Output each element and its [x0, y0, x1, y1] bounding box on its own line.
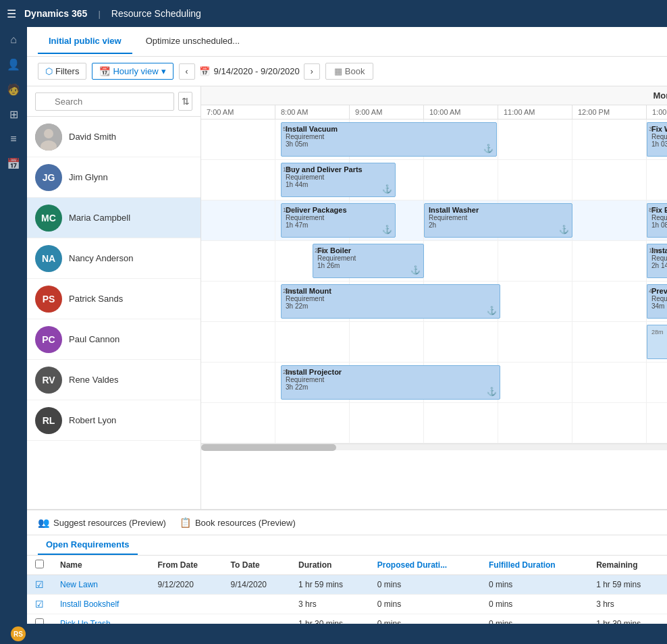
cell-na-1000[interactable]	[424, 241, 498, 281]
next-date-button[interactable]: ›	[304, 63, 320, 80]
booking-type-fix-boiler: Requirement	[317, 254, 419, 262]
cell-ds-1100[interactable]	[498, 119, 572, 160]
cell-jg-1000[interactable]	[424, 160, 498, 200]
cell-rl-100pm[interactable]	[647, 403, 667, 444]
resource-item-rene-valdes[interactable]: RV Rene Valdes	[27, 360, 201, 400]
cell-pc-1200[interactable]	[572, 322, 647, 363]
cell-rl-800[interactable]	[275, 403, 350, 444]
col-proposed[interactable]: Proposed Durati...	[369, 556, 481, 575]
chevron-down-icon: ▾	[161, 66, 166, 76]
main-content: Initial public view Optimize unscheduled…	[27, 27, 667, 644]
scrollbar-thumb[interactable]	[201, 444, 336, 451]
booking-anchor-icon-na: ⚓	[410, 265, 421, 275]
resource-item-jim-glynn[interactable]: JG Jim Glynn	[27, 157, 201, 198]
book-resources-icon: 📋	[180, 517, 191, 528]
table-row-new-lawn[interactable]: ☑ New Lawn 9/12/2020 9/14/2020 1 hr 59 m…	[27, 575, 667, 595]
cell-rv-100pm[interactable]	[647, 363, 667, 403]
person-icon[interactable]: 🧑	[7, 83, 20, 96]
resource-item-paul-cannon[interactable]: PC Paul Cannon	[27, 319, 201, 360]
avatar-nancy-anderson: NA	[35, 245, 62, 272]
cell-ps-1100[interactable]	[498, 281, 572, 322]
resource-item-maria-campbell[interactable]: MC Maria Campbell	[27, 198, 201, 238]
filter-icon: ⬡	[45, 66, 53, 76]
link-new-lawn[interactable]: New Lawn	[60, 580, 98, 589]
cell-jg-1200[interactable]	[572, 160, 647, 200]
col-fulfilled[interactable]: Fulfilled Duration	[481, 556, 588, 575]
cell-rl-1200[interactable]	[572, 403, 647, 444]
resource-item-nancy-anderson[interactable]: NA Nancy Anderson	[27, 238, 201, 279]
cell-na-1100[interactable]	[498, 241, 572, 281]
checkbox-install-bookshelf[interactable]: ☑	[27, 595, 52, 614]
tab-initial-public-view[interactable]: Initial public view	[38, 29, 132, 54]
avatar-initials-jg: JG	[43, 172, 55, 183]
booking-prevent-overflow[interactable]: 4 Prevent... Require... 34m ⚓	[647, 284, 667, 319]
grid-row-patrick-sands: 22m Install Mount Requirement 3h 22m ⚓ 4…	[201, 281, 667, 322]
resource-item-robert-lyon[interactable]: RL Robert Lyon	[27, 400, 201, 441]
cell-jg-100pm[interactable]	[647, 160, 667, 200]
booking-buy-deliver-parts[interactable]: 14m Buy and Deliver Parts Requirement 1h…	[281, 163, 396, 197]
booking-install-overflow-na[interactable]: 14m Install... Require... 2h 14m	[647, 244, 667, 278]
booking-install-vacuum[interactable]: 5 Install Vacuum Requirement 3h 05m ⚓	[281, 122, 497, 157]
cell-jg-700[interactable]	[201, 160, 275, 200]
book-button[interactable]: ▦ Book	[325, 63, 374, 80]
list-icon[interactable]: ≡	[10, 133, 16, 145]
cell-rl-1000[interactable]	[424, 403, 498, 444]
cell-pc-1100[interactable]	[498, 322, 572, 363]
col-remaining: Remaining	[588, 556, 667, 575]
cell-rv-1200[interactable]	[572, 363, 647, 403]
booking-small-pc[interactable]: 28m	[647, 325, 667, 359]
booking-duration-install-washer: 2h	[429, 221, 568, 229]
cell-ds-1200[interactable]	[572, 119, 647, 160]
table-row-install-bookshelf[interactable]: ☑ Install Bookshelf 3 hrs 0 mins 0 mins …	[27, 595, 667, 614]
resource-item-david-smith[interactable]: David Smith	[27, 117, 201, 157]
booking-fix-engine[interactable]: 8m Fix Eng... Require... 1h 08m	[647, 203, 667, 238]
cell-jg-1100[interactable]	[498, 160, 572, 200]
resource-list: 🔍 ⇅ David Smith JG	[27, 86, 201, 509]
booking-install-projector[interactable]: 22m Install Projector Requirement 3h 22m…	[281, 365, 500, 400]
hamburger-menu[interactable]: ☰	[7, 7, 16, 20]
book-resources-button[interactable]: 📋 Book resources (Preview)	[180, 514, 296, 531]
booking-install-washer[interactable]: Install Washer Requirement 2h ⚓	[424, 203, 572, 238]
tab-optimize-unscheduled[interactable]: Optimize unscheduled...	[135, 29, 250, 54]
cell-na-700[interactable]	[201, 241, 275, 281]
link-install-bookshelf[interactable]: Install Bookshelf	[60, 599, 119, 609]
booking-fix-washer[interactable]: 3 Fix Wa... Require... 1h 03m	[647, 122, 667, 157]
horizontal-scrollbar[interactable]	[201, 444, 667, 450]
cell-rl-1100[interactable]	[498, 403, 572, 444]
cell-ps-1200[interactable]	[572, 281, 647, 322]
cell-pc-700[interactable]	[201, 322, 275, 363]
cell-ps-700[interactable]	[201, 281, 275, 322]
cell-pc-800[interactable]	[275, 322, 350, 363]
cell-mc-1200[interactable]	[572, 200, 647, 241]
booking-deliver-packages[interactable]: 17m Deliver Packages Requirement 1h 47m …	[281, 203, 396, 238]
grid-area: Monday - 9/14/2020 7:00 AM 8:00 AM 9:00 …	[201, 86, 667, 509]
cell-rv-700[interactable]	[201, 363, 275, 403]
filters-button[interactable]: ⬡ Filters	[38, 63, 86, 80]
tab-open-requirements[interactable]: Open Requirements	[38, 535, 138, 555]
grid-row-nancy-anderson: 26m Fix Boiler Requirement 1h 26m ⚓ 14m …	[201, 241, 667, 281]
checkbox-new-lawn[interactable]: ☑	[27, 575, 52, 595]
cell-ds-700[interactable]	[201, 119, 275, 160]
resource-item-patrick-sands[interactable]: PS Patrick Sands	[27, 279, 201, 319]
select-all-checkbox[interactable]	[35, 560, 44, 568]
cell-pc-1000[interactable]	[424, 322, 498, 363]
cell-na-1200[interactable]	[572, 241, 647, 281]
booking-install-mount[interactable]: 22m Install Mount Requirement 3h 22m ⚓	[281, 284, 500, 319]
home-icon[interactable]: ⌂	[10, 34, 17, 46]
suggest-resources-button[interactable]: 👥 Suggest resources (Preview)	[38, 514, 166, 531]
cell-pc-900[interactable]	[350, 322, 424, 363]
prev-date-button[interactable]: ‹	[179, 63, 195, 80]
booking-fix-boiler[interactable]: 26m Fix Boiler Requirement 1h 26m ⚓	[313, 244, 424, 278]
calendar-icon[interactable]: 📅	[7, 157, 20, 170]
sort-button[interactable]: ⇅	[178, 92, 192, 111]
cell-rv-1100[interactable]	[498, 363, 572, 403]
cell-rl-700[interactable]	[201, 403, 275, 444]
cell-rl-900[interactable]	[350, 403, 424, 444]
bottom-actions: 👥 Suggest resources (Preview) 📋 Book res…	[27, 510, 667, 535]
search-input[interactable]	[35, 92, 174, 111]
booking-duration-install-vacuum: 3h 05m	[286, 140, 492, 148]
hourly-view-button[interactable]: 📆 Hourly view ▾	[92, 63, 173, 80]
grid-icon[interactable]: ⊞	[9, 108, 18, 121]
users-icon[interactable]: 👤	[7, 58, 20, 71]
cell-mc-700[interactable]	[201, 200, 275, 241]
